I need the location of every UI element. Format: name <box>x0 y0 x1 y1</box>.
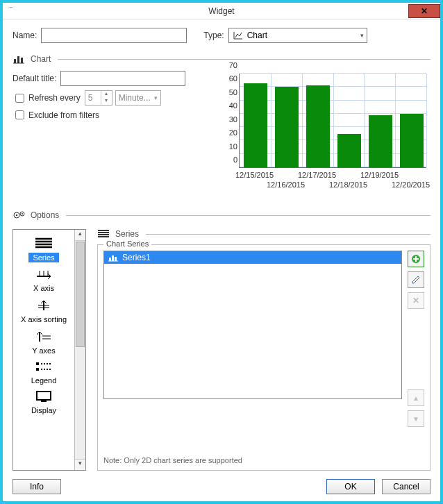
options-section-title: Options <box>31 210 59 220</box>
display-icon <box>34 390 53 406</box>
chart-settings-row: Default title: Refresh every 5 ▴▾ Minute… <box>12 71 431 203</box>
refresh-unit-combo[interactable]: Minute... <box>115 90 161 106</box>
sidebar-item-xaxis[interactable]: X axis <box>16 268 72 292</box>
svg-rect-11 <box>112 255 114 261</box>
bar <box>369 115 392 167</box>
svg-point-6 <box>22 213 23 215</box>
content-area: Name: Type: Chart ▾ Chart Defa <box>3 19 440 475</box>
svg-rect-9 <box>37 392 51 400</box>
chart-icon <box>233 31 243 40</box>
exclude-filters-label: Exclude from filters <box>28 110 99 120</box>
series-icon <box>34 237 53 253</box>
name-label: Name: <box>12 31 37 40</box>
svg-rect-1 <box>17 56 19 63</box>
series-panel-header: Series <box>97 229 431 239</box>
sidebar-item-series[interactable]: Series <box>16 237 72 262</box>
xaxis-icon <box>34 268 53 284</box>
sidebar-item-xsort[interactable]: X axis sorting <box>16 298 72 324</box>
default-title-input[interactable] <box>60 71 185 86</box>
chart-series-group: Chart Series Series1 <box>97 244 431 471</box>
series-lines-icon <box>97 229 110 239</box>
scroll-down-icon[interactable]: ▾ <box>75 459 85 470</box>
chart-preview: 01020304050607012/15/201512/16/201512/17… <box>214 71 431 203</box>
ok-button[interactable]: OK <box>326 479 375 494</box>
xtick-label: 12/16/2015 <box>267 180 305 189</box>
options-section-header: Options <box>12 210 431 221</box>
ytick-label: 60 <box>229 74 237 83</box>
xtick-label: 12/17/2015 <box>298 171 336 179</box>
info-button[interactable]: Info <box>12 479 61 494</box>
restore-icon: ⌒ <box>7 6 15 16</box>
ytick-label: 0 <box>233 156 237 164</box>
xtick-label: 12/15/2015 <box>235 171 274 179</box>
type-label: Type: <box>203 31 224 40</box>
bar <box>244 83 267 168</box>
widget-dialog: ⌒ Widget ✕ Name: Type: Chart ▾ Chart <box>3 3 440 501</box>
sidebar-item-label: Series <box>28 253 58 262</box>
refresh-interval-spinner[interactable]: 5 ▴▾ <box>85 90 112 106</box>
refresh-every-checkbox[interactable] <box>15 94 24 103</box>
delete-series-button[interactable]: ✕ <box>408 292 424 309</box>
header-row: Name: Type: Chart ▾ <box>12 28 431 43</box>
type-value: Chart <box>247 31 267 40</box>
plus-icon <box>411 254 421 264</box>
type-combo[interactable]: Chart ▾ <box>228 28 367 43</box>
ytick-label: 40 <box>229 101 237 110</box>
sidebar-item-legend[interactable]: Legend <box>16 360 72 385</box>
xtick-label: 12/18/2015 <box>329 180 367 189</box>
series-item[interactable]: Series1 <box>104 251 401 264</box>
close-button[interactable]: ✕ <box>408 4 440 18</box>
xtick-label: 12/20/2015 <box>392 180 430 189</box>
bar <box>337 134 361 167</box>
sidebar-item-yaxes[interactable]: Y axes <box>16 329 72 355</box>
sidebar-item-label: Legend <box>31 376 57 385</box>
series-item-label: Series1 <box>122 253 151 262</box>
scroll-thumb[interactable] <box>76 242 85 347</box>
svg-rect-2 <box>21 58 23 63</box>
add-series-button[interactable] <box>408 251 424 267</box>
ytick-label: 50 <box>229 88 237 96</box>
gears-icon <box>12 210 25 221</box>
options-body: SeriesX axisX axis sortingY axesLegendDi… <box>12 229 431 471</box>
name-input[interactable] <box>41 28 187 43</box>
chart-section-title: Chart <box>31 54 51 64</box>
triangle-down-icon: ▼ <box>412 415 419 423</box>
sidebar-item-label: Display <box>31 406 56 414</box>
triangle-up-icon: ▲ <box>412 394 419 402</box>
cancel-button[interactable]: Cancel <box>382 479 431 494</box>
scroll-track[interactable] <box>75 348 85 459</box>
chart-section-header: Chart <box>12 54 431 64</box>
chart-series-group-title: Chart Series <box>103 240 151 248</box>
svg-point-4 <box>16 215 17 216</box>
ytick-label: 30 <box>229 115 237 124</box>
svg-rect-8 <box>36 368 39 371</box>
yaxes-icon <box>34 329 53 346</box>
titlebar: ⌒ Widget ✕ <box>3 3 440 19</box>
xsort-icon <box>34 298 53 315</box>
refresh-every-label: Refresh every <box>28 93 81 103</box>
series-note: Note: Only 2D chart series are supported <box>103 456 424 464</box>
series-list[interactable]: Series1 <box>103 251 402 399</box>
svg-rect-0 <box>14 59 16 63</box>
xtick-label: 12/19/2015 <box>360 171 399 179</box>
move-down-button[interactable]: ▼ <box>408 410 424 427</box>
bar <box>400 114 424 167</box>
ytick-label: 20 <box>229 128 237 137</box>
edit-series-button[interactable] <box>408 271 424 288</box>
series-panel-title: Series <box>115 229 139 239</box>
sidebar-item-label: X axis sorting <box>21 315 67 324</box>
footer: Info OK Cancel <box>3 475 440 501</box>
ytick-label: 70 <box>229 61 237 69</box>
sidebar-item-display[interactable]: Display <box>16 390 72 414</box>
move-up-button[interactable]: ▲ <box>408 389 424 406</box>
svg-rect-10 <box>109 258 111 261</box>
exclude-filters-checkbox[interactable] <box>15 110 24 119</box>
options-main: Series Chart Series Series1 <box>97 229 431 471</box>
chevron-down-icon: ▾ <box>360 32 364 39</box>
sidebar-item-label: X axis <box>33 284 54 292</box>
series-buttons: ✕ ▲ ▼ <box>408 251 424 431</box>
svg-rect-12 <box>115 257 117 261</box>
spin-down-icon[interactable]: ▾ <box>101 98 112 105</box>
sidebar-scrollbar[interactable]: ▴ ▾ <box>74 230 85 470</box>
scroll-up-icon[interactable]: ▴ <box>75 230 85 241</box>
